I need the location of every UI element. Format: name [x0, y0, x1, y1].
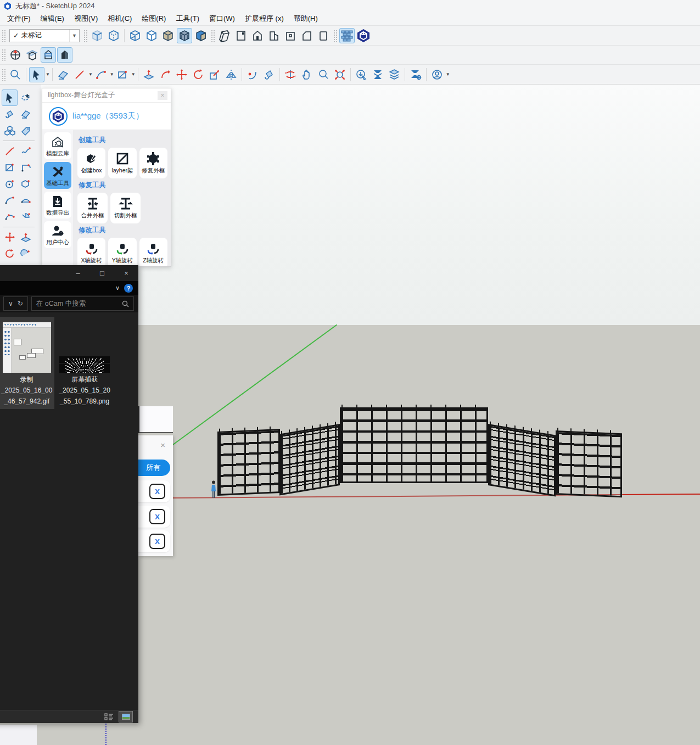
search-input[interactable]: 在 oCam 中搜索 [31, 296, 134, 311]
paint-bucket-button[interactable] [261, 67, 277, 82]
tool-merge-frame[interactable]: 合并外框 [77, 193, 108, 223]
refresh-icon[interactable]: ↻ [18, 300, 23, 307]
rotate-tool[interactable] [2, 245, 18, 262]
menu-draw[interactable]: 绘图(R) [137, 13, 171, 25]
scale-figure-person[interactable] [210, 480, 217, 499]
chevron-icon[interactable]: ∨ [8, 300, 13, 307]
follow-me-tool[interactable] [18, 245, 33, 262]
freehand-tool[interactable] [18, 143, 33, 159]
menu-edit[interactable]: 编辑(E) [36, 13, 69, 25]
nav-user-center[interactable]: 用户中心 [44, 221, 71, 248]
arc-tool-button[interactable] [93, 67, 109, 82]
plugin-panel-titlebar[interactable]: lightbox-舞台灯光盒子 × [42, 88, 171, 103]
view-right-button[interactable] [266, 28, 282, 43]
pan-tool-button[interactable] [299, 67, 315, 82]
thumbnail-view-icon[interactable] [119, 711, 133, 722]
plugin-user-name[interactable]: lia**gge（3593天） [72, 111, 144, 121]
eraser-tool-button[interactable] [55, 67, 71, 82]
pie-tool[interactable] [18, 209, 33, 225]
tool-rotate-x[interactable]: X轴旋转 [77, 238, 105, 267]
chevron-down-icon[interactable]: ▼ [110, 72, 114, 77]
file-item-recording-gif[interactable]: 录制 _2025_05_16_00 _46_57_942.gif [0, 317, 54, 409]
close-icon[interactable]: × [158, 91, 167, 100]
close-icon[interactable]: × [160, 441, 165, 449]
rotate-tool-button[interactable] [191, 67, 206, 82]
push-pull-tool[interactable] [18, 229, 33, 245]
nav-refresh-group[interactable]: ∨ ↻ [3, 296, 28, 311]
components-tool[interactable] [2, 122, 18, 139]
flip-tool-button[interactable] [223, 67, 239, 82]
style-shaded-textures-button[interactable] [177, 28, 192, 43]
eraser-tool[interactable] [18, 106, 33, 122]
section-cut-toggle-button[interactable] [57, 47, 72, 63]
tool-rotate-y[interactable]: Y轴旋转 [108, 238, 136, 267]
truss-wall-left[interactable] [217, 429, 280, 496]
style-xray-button[interactable] [89, 28, 105, 43]
view-bottom-button[interactable] [316, 28, 331, 43]
tag-combobox[interactable]: ✓ 未标记 ▼ [9, 29, 80, 42]
minimize-icon[interactable]: – [66, 265, 90, 281]
toolbar-grip[interactable] [2, 69, 5, 81]
axes-tool-button[interactable] [245, 67, 260, 82]
tool-rotate-z[interactable]: Z轴旋转 [139, 238, 167, 267]
style-hidden-line-button[interactable] [144, 28, 159, 43]
paint-bucket-tool[interactable] [2, 106, 18, 122]
brick-tool-button[interactable] [339, 28, 355, 43]
tag-tool[interactable] [18, 122, 33, 139]
details-view-icon[interactable] [104, 713, 114, 721]
arc-tool[interactable] [2, 192, 18, 209]
style-monochrome-button[interactable] [193, 28, 209, 43]
avatar[interactable] [49, 107, 68, 126]
truss-wall-right-angled[interactable] [488, 424, 556, 497]
tool-layher-frame[interactable]: layher架 [108, 148, 136, 178]
chevron-down-icon[interactable]: ▼ [46, 72, 50, 77]
zoom-tool-button[interactable] [316, 67, 331, 82]
menu-help[interactable]: 帮助(H) [289, 13, 323, 25]
menu-extensions[interactable]: 扩展程序 (x) [240, 13, 289, 25]
menu-window[interactable]: 窗口(W) [204, 13, 240, 25]
nav-data-export[interactable]: 数据导出 [44, 192, 71, 219]
toolbar-grip[interactable] [333, 30, 337, 42]
truss-wall-left-angled[interactable] [279, 424, 340, 495]
move-tool[interactable] [2, 229, 18, 245]
orbit-view-button[interactable] [283, 67, 298, 82]
user-account-button[interactable] [429, 67, 445, 82]
menu-camera[interactable]: 相机(C) [103, 13, 137, 25]
scale-tool-button[interactable] [207, 67, 222, 82]
view-left-button[interactable] [299, 28, 315, 43]
view-iso-button[interactable] [217, 28, 232, 43]
section-plane-button[interactable] [24, 47, 40, 63]
maximize-icon[interactable]: □ [90, 265, 114, 281]
x-toggle-button[interactable]: X [149, 509, 165, 524]
close-icon[interactable]: × [114, 265, 138, 281]
two-point-arc-tool[interactable] [18, 192, 33, 209]
chevron-down-icon[interactable]: ▼ [88, 72, 93, 77]
plugin-cut-settings-button[interactable] [408, 67, 423, 82]
select-tool-button[interactable] [29, 67, 44, 82]
style-shaded-button[interactable] [160, 28, 176, 43]
chevron-down-icon[interactable]: ▼ [69, 30, 79, 42]
ocam-titlebar[interactable]: – □ × [0, 265, 138, 281]
line-tool[interactable] [2, 143, 18, 159]
menu-file[interactable]: 文件(F) [2, 13, 36, 25]
zoom-extents-button[interactable] [332, 67, 348, 82]
polygon-tool[interactable] [18, 176, 33, 192]
tool-cut-frame[interactable]: 切割外框 [110, 193, 141, 223]
view-top-button[interactable] [233, 28, 249, 43]
move-tool-button[interactable] [174, 67, 189, 82]
menu-tools[interactable]: 工具(T) [171, 13, 204, 25]
orbit-compass-button[interactable] [8, 47, 23, 63]
chevron-down-icon[interactable]: ∨ [115, 284, 120, 292]
plugin-layers-button[interactable] [387, 67, 402, 82]
line-tool-button[interactable] [72, 67, 87, 82]
lightbox-plugin-logo-button[interactable] [356, 28, 371, 43]
plugin-compress-button[interactable] [370, 67, 385, 82]
nav-basic-tools[interactable]: 基础工具 [44, 162, 71, 189]
rectangle-tool[interactable] [2, 159, 18, 176]
three-point-arc-tool[interactable] [2, 209, 18, 225]
nav-model-cloud[interactable]: 模型云库 [44, 132, 71, 159]
view-back-button[interactable] [283, 28, 298, 43]
section-display-toggle-button[interactable] [41, 47, 56, 63]
tool-repair-frame[interactable]: 修复外框 [139, 148, 167, 178]
style-wireframe-button[interactable] [127, 28, 143, 43]
